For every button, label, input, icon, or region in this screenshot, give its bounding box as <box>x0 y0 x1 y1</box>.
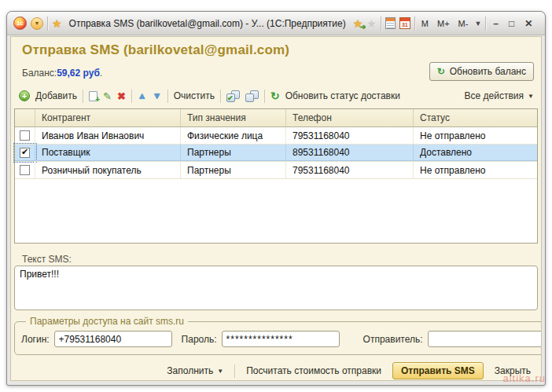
header-checkbox-column <box>15 109 35 126</box>
sms-text-input[interactable]: Привет!!! <box>14 266 538 310</box>
recipients-table: Контрагент Тип значения Телефон Статус И… <box>14 108 538 244</box>
cell-contragent: Иванов Иван Ивнаович <box>35 127 181 144</box>
calendar-icon-top <box>400 18 410 21</box>
add-icon: + <box>19 90 30 101</box>
copy-row-icon[interactable]: + <box>89 91 98 101</box>
cell-phone: 89531168040 <box>286 145 414 161</box>
memory-m-button[interactable]: M <box>419 18 431 29</box>
fill-dropdown-arrow-icon: ▼ <box>217 368 223 375</box>
all-actions-label: Все действия <box>465 90 524 101</box>
cell-contragent: Розничный покупатель <box>35 162 181 178</box>
memory-m-minus-button[interactable]: M- <box>456 18 471 29</box>
footer-separator <box>234 365 235 378</box>
sender-input[interactable] <box>428 331 542 347</box>
calendar-icon-day: 31 <box>400 22 410 27</box>
access-params-legend: Параметры доступа на сайт sms.ru <box>26 316 188 327</box>
row-checkbox[interactable] <box>20 148 30 158</box>
move-down-icon[interactable]: ▼ <box>153 90 162 101</box>
cell-type: Физические лица <box>181 127 286 144</box>
header-status[interactable]: Статус <box>414 109 537 126</box>
system-menu-button[interactable]: ▼ <box>31 17 43 30</box>
toolbar: + Добавить + ✎ ✖ ▲ ▼ Очистить ✔ <box>19 86 534 106</box>
balance-label: Баланс: <box>22 68 57 79</box>
balance-line: Баланс:59,62 руб. <box>22 68 102 79</box>
calc-cost-button[interactable]: Посчитать стоимость отправки <box>243 363 385 379</box>
row-checkbox[interactable] <box>20 130 30 141</box>
refresh-balance-button[interactable]: ↻ Обновить баланс <box>429 62 534 81</box>
refresh-status-icon: ↻ <box>270 90 280 101</box>
row-checkbox[interactable] <box>20 165 30 175</box>
clear-button[interactable]: Очистить <box>174 90 215 101</box>
cell-contragent: Поставщик <box>35 145 181 161</box>
access-params-group: Параметры доступа на сайт sms.ru Логин: … <box>14 316 542 355</box>
access-params-row: Логин: Пароль: Отправитель: <box>21 331 542 347</box>
maximize-button[interactable]: □ <box>506 18 517 29</box>
cell-phone: 79531168040 <box>286 127 414 144</box>
calculator-icon[interactable] <box>385 17 396 29</box>
header-contragent[interactable]: Контрагент <box>35 109 181 126</box>
check-all-checkmark: ✔ <box>227 94 234 102</box>
table-row[interactable]: Розничный покупатель Партнеры 7953116804… <box>15 162 537 179</box>
add-button[interactable]: Добавить <box>35 90 77 101</box>
calendar-icon[interactable]: 31 <box>399 17 410 29</box>
login-label: Логин: <box>21 334 50 345</box>
header-phone[interactable]: Телефон <box>286 109 414 126</box>
favorite-disabled-icon: ★ <box>366 18 377 29</box>
footer-actions: Заполнить ▼ Посчитать стоимость отправки… <box>164 361 534 381</box>
titlebar-separator <box>381 16 381 31</box>
window-title: Отправка SMS (barilkovetal@gmail.com) - … <box>69 18 346 29</box>
delete-icon[interactable]: ✖ <box>117 90 126 102</box>
1c-logo-icon[interactable]: 1c <box>13 16 27 30</box>
sms-text-label: Текст SMS: <box>22 254 72 265</box>
sender-label: Отправитель: <box>363 334 423 345</box>
balance-value: 59,62 руб <box>57 68 100 79</box>
table-row[interactable]: Иванов Иван Ивнаович Физические лица 795… <box>15 127 537 145</box>
titlebar-separator <box>47 16 48 31</box>
toolbar-separator <box>131 90 132 103</box>
page-title: Отправка SMS (barilkovetal@gmail.com) <box>22 42 289 58</box>
refresh-balance-label: Обновить баланс <box>450 66 526 77</box>
screen: 1c ▼ ★ Отправка SMS (barilkovetal@gmail.… <box>0 0 552 392</box>
login-input[interactable] <box>54 331 172 347</box>
toolbar-separator <box>220 90 221 103</box>
minimize-button[interactable]: – <box>490 18 502 29</box>
titlebar-more-arrow-icon[interactable]: ▼ <box>474 20 481 27</box>
edit-icon[interactable]: ✎ <box>103 90 112 102</box>
toolbar-separator <box>264 90 265 103</box>
titlebar: 1c ▼ ★ Отправка SMS (barilkovetal@gmail.… <box>7 12 545 35</box>
move-up-icon[interactable]: ▲ <box>138 90 147 101</box>
cell-status: Не отправлено <box>414 162 537 178</box>
favorites-star-icon[interactable]: ★ <box>52 18 62 29</box>
check-all-icon[interactable]: ✔ <box>226 90 240 102</box>
memory-m-plus-button[interactable]: M+ <box>435 18 452 29</box>
titlebar-separator <box>414 16 415 31</box>
toolbar-separator <box>167 90 168 103</box>
password-label: Пароль: <box>182 334 217 345</box>
uncheck-all-icon[interactable] <box>245 90 259 102</box>
table-row[interactable]: Поставщик Партнеры 89531168040 Доставлен… <box>15 145 537 162</box>
titlebar-separator <box>485 16 486 31</box>
send-sms-button[interactable]: Отправить SMS <box>392 362 484 379</box>
add-favorite-icon[interactable]: ★➜ <box>353 18 363 29</box>
cell-status: Не отправлено <box>414 127 537 144</box>
watermark: aitika.ru <box>502 372 546 384</box>
fill-button-label: Заполнить <box>167 365 213 376</box>
add-favorite-arrow-icon: ➜ <box>360 24 366 31</box>
table-header-row: Контрагент Тип значения Телефон Статус <box>15 109 537 127</box>
close-button[interactable]: ✕ <box>521 18 535 29</box>
all-actions-button[interactable]: Все действия ▼ <box>465 90 534 101</box>
fill-button[interactable]: Заполнить ▼ <box>164 363 226 379</box>
refresh-status-button[interactable]: Обновить статус доставки <box>285 90 400 101</box>
app-window: 1c ▼ ★ Отправка SMS (barilkovetal@gmail.… <box>6 11 546 386</box>
password-input[interactable] <box>222 331 340 347</box>
cell-phone: 79531168040 <box>286 162 414 178</box>
cell-status: Доставлено <box>414 145 537 161</box>
uncheck-all-front-sheet <box>245 93 254 102</box>
balance-suffix: . <box>100 68 102 79</box>
toolbar-separator <box>83 90 83 103</box>
copy-row-plus-icon: + <box>95 96 100 104</box>
header-type[interactable]: Тип значения <box>181 109 286 126</box>
refresh-balance-icon: ↻ <box>437 66 445 77</box>
cell-type: Партнеры <box>181 162 286 178</box>
form-content: Отправка SMS (barilkovetal@gmail.com) Ба… <box>10 36 542 381</box>
